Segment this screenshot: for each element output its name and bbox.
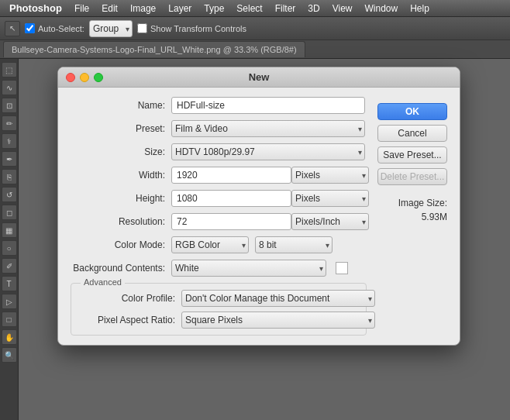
menu-3d[interactable]: 3D — [302, 2, 326, 15]
color-mode-row: Color Mode: RGB Color 8 bit — [71, 236, 367, 253]
width-units-select[interactable]: Pixels — [291, 167, 369, 184]
main-area: ⬚ ∿ ⊡ ✏ ⚕ ✒ ⎘ ↺ ◻ ▦ ○ ✐ T ▷ □ ✋ 🔍 New — [0, 59, 510, 420]
name-input[interactable] — [171, 97, 365, 114]
window-controls — [66, 73, 103, 82]
size-select-wrapper[interactable]: HDTV 1080p/29.97 — [171, 143, 365, 160]
background-row: Background Contents: White — [71, 260, 367, 277]
bit-depth-wrapper[interactable]: 8 bit — [255, 236, 333, 253]
resolution-row: Resolution: Pixels/Inch — [71, 213, 367, 230]
lasso-tool[interactable]: ∿ — [2, 80, 17, 95]
color-profile-label: Color Profile: — [81, 293, 181, 304]
marquee-tool[interactable]: ⬚ — [2, 62, 17, 77]
autoselect-checkbox[interactable] — [25, 23, 35, 33]
preset-select[interactable]: Film & Video — [171, 120, 365, 137]
resolution-input[interactable] — [171, 213, 291, 230]
pixel-aspect-label: Pixel Aspect Ratio: — [81, 315, 181, 325]
gradient-tool[interactable]: ▦ — [2, 222, 17, 238]
height-input[interactable] — [171, 190, 291, 207]
resolution-label: Resolution: — [71, 216, 171, 227]
brush-tool[interactable]: ✒ — [2, 151, 17, 167]
name-label: Name: — [71, 100, 171, 111]
menu-type[interactable]: Type — [198, 2, 230, 15]
bit-depth-select[interactable]: 8 bit — [255, 236, 333, 253]
dialog-titlebar: New — [58, 67, 460, 88]
autoselect-label: Auto-Select: — [25, 23, 84, 33]
toolbox: ⬚ ∿ ⊡ ✏ ⚕ ✒ ⎘ ↺ ◻ ▦ ○ ✐ T ▷ □ ✋ 🔍 — [0, 59, 19, 420]
menubar: Photoshop File Edit Image Layer Type Sel… — [0, 0, 510, 17]
delete-preset-button[interactable]: Delete Preset... — [377, 168, 447, 185]
preset-label: Preset: — [71, 123, 171, 134]
menu-filter[interactable]: Filter — [269, 2, 302, 15]
color-profile-row: Color Profile: Don't Color Manage this D… — [81, 290, 357, 307]
pixel-aspect-wrapper[interactable]: Square Pixels — [181, 312, 375, 329]
show-transform-checkbox[interactable] — [137, 23, 147, 33]
close-button[interactable] — [66, 73, 75, 82]
menu-edit[interactable]: Edit — [95, 2, 124, 15]
menu-window[interactable]: Window — [359, 2, 405, 15]
crop-tool[interactable]: ⊡ — [2, 98, 17, 113]
preset-row: Preset: Film & Video — [71, 120, 367, 137]
menu-file[interactable]: File — [68, 2, 95, 15]
history-tool[interactable]: ↺ — [2, 187, 17, 202]
menu-view[interactable]: View — [326, 2, 359, 15]
menu-help[interactable]: Help — [404, 2, 436, 15]
eyedropper-tool[interactable]: ✏ — [2, 115, 17, 131]
color-profile-wrapper[interactable]: Don't Color Manage this Document — [181, 290, 375, 307]
clone-tool[interactable]: ⎘ — [2, 169, 17, 184]
pixel-aspect-row: Pixel Aspect Ratio: Square Pixels — [81, 312, 357, 329]
color-mode-select[interactable]: RGB Color — [171, 236, 249, 253]
new-dialog: New Name: Preset: Film & Video — [57, 67, 460, 346]
maximize-button[interactable] — [94, 73, 103, 82]
pixel-aspect-select[interactable]: Square Pixels — [181, 312, 375, 329]
autoselect-select[interactable]: Group — [89, 20, 133, 37]
height-row: Height: Pixels — [71, 190, 367, 207]
advanced-label: Advanced — [81, 277, 125, 287]
image-size-value: 5.93M — [377, 210, 447, 224]
toolbar: ↖ Auto-Select: Group Show Transform Cont… — [0, 17, 510, 40]
color-profile-select[interactable]: Don't Color Manage this Document — [181, 290, 375, 307]
name-row: Name: — [71, 97, 367, 114]
menu-select[interactable]: Select — [230, 2, 268, 15]
background-label: Background Contents: — [71, 263, 171, 274]
menu-layer[interactable]: Layer — [162, 2, 198, 15]
canvas-area: New Name: Preset: Film & Video — [19, 59, 510, 420]
preset-select-wrapper[interactable]: Film & Video — [171, 120, 365, 137]
width-input[interactable] — [171, 167, 291, 184]
eraser-tool[interactable]: ◻ — [2, 205, 17, 220]
cancel-button[interactable]: Cancel — [377, 125, 447, 142]
dodge-tool[interactable]: ○ — [2, 240, 17, 256]
app-name[interactable]: Photoshop — [3, 2, 68, 14]
text-tool[interactable]: T — [2, 276, 17, 291]
save-preset-button[interactable]: Save Preset... — [377, 146, 447, 164]
resolution-units-select[interactable]: Pixels/Inch — [291, 213, 369, 230]
zoom-tool[interactable]: 🔍 — [2, 347, 17, 363]
size-select[interactable]: HDTV 1080p/29.97 — [171, 143, 365, 160]
show-transform-label: Show Transform Controls — [137, 23, 246, 33]
width-row: Width: Pixels — [71, 167, 367, 184]
dialog-buttons: OK Cancel Save Preset... Delete Preset..… — [377, 103, 447, 224]
height-label: Height: — [71, 193, 171, 204]
width-units-wrapper[interactable]: Pixels — [291, 167, 369, 184]
advanced-section: Advanced Color Profile: Don't Color Mana… — [71, 283, 367, 336]
move-tool-icon[interactable]: ↖ — [5, 21, 20, 36]
color-mode-wrapper[interactable]: RGB Color — [171, 236, 249, 253]
image-size-info: Image Size: 5.93M — [377, 196, 447, 224]
resolution-units-wrapper[interactable]: Pixels/Inch — [291, 213, 369, 230]
autoselect-select-wrapper[interactable]: Group — [89, 20, 133, 37]
shape-tool[interactable]: □ — [2, 312, 17, 327]
document-tab[interactable]: Bullseye-Camera-Systems-Logo-Final_URL_W… — [3, 41, 305, 57]
background-wrapper[interactable]: White — [171, 260, 326, 277]
path-tool[interactable]: ▷ — [2, 294, 17, 309]
size-label: Size: — [71, 146, 171, 157]
height-units-wrapper[interactable]: Pixels — [291, 190, 369, 207]
background-select[interactable]: White — [171, 260, 326, 277]
size-row: Size: HDTV 1080p/29.97 — [71, 143, 367, 160]
heal-tool[interactable]: ⚕ — [2, 133, 17, 149]
background-checkbox[interactable] — [336, 262, 348, 274]
minimize-button[interactable] — [80, 73, 89, 82]
pen-tool[interactable]: ✐ — [2, 258, 17, 274]
ok-button[interactable]: OK — [377, 103, 447, 120]
height-units-select[interactable]: Pixels — [291, 190, 369, 207]
menu-image[interactable]: Image — [124, 2, 162, 15]
hand-tool[interactable]: ✋ — [2, 329, 17, 345]
